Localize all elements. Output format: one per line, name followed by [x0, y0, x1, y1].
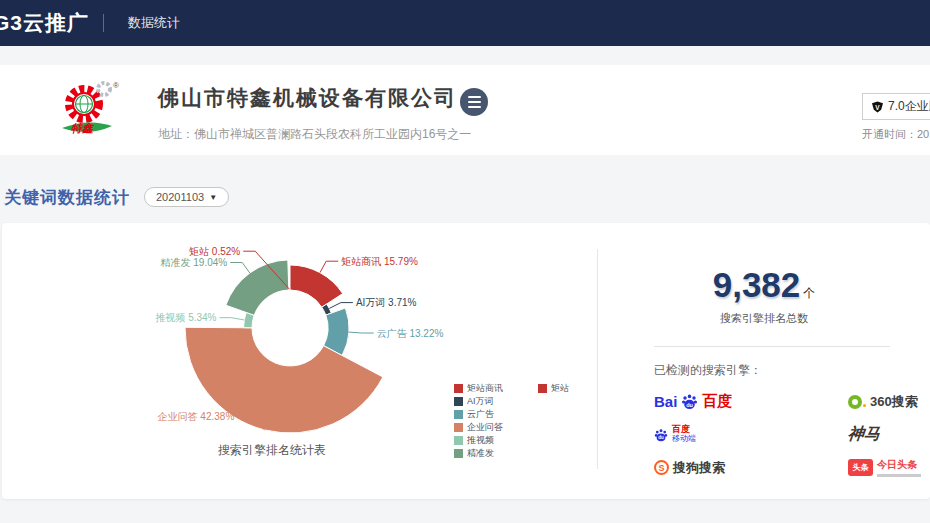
small-gear-icon [98, 83, 110, 95]
shenma-logo: 神马 [848, 424, 930, 445]
svg-text:V: V [875, 103, 880, 110]
baidu-cn-text: 百度 [702, 392, 732, 411]
section-title: 关键词数据统计 [4, 186, 130, 209]
legend-item[interactable]: 云广告 [454, 409, 528, 419]
pie-label: 矩站商讯 15.79% [341, 256, 418, 267]
legend-label: 企业问答 [467, 421, 503, 434]
pie-label-line [220, 318, 245, 320]
logo-brand-text: 特鑫 [71, 122, 95, 134]
legend-label: AI万词 [467, 395, 494, 408]
360-dot-icon [863, 404, 866, 407]
total-caption: 搜索引擎排名总数 [598, 311, 930, 326]
baidu-mobile-logo: du 百度 移动端 [654, 425, 804, 444]
legend-item[interactable]: AI万词 [454, 396, 528, 406]
ranking-total-panel: 9,382个 搜索引擎排名总数 已检测的搜索引擎： Bai du 百度 [598, 223, 930, 499]
svg-text:du: du [686, 402, 693, 408]
registered-mark: ® [113, 81, 119, 90]
toutiao-logo: 头条 今日头条 [848, 458, 930, 477]
date-filter-value: 20201103 [156, 191, 204, 203]
pie-label: 云广告 13.22% [377, 328, 444, 339]
company-name: 佛山市特鑫机械设备有限公司 [158, 84, 457, 112]
opened-time: 开通时间：2018-05 [862, 127, 930, 142]
pie-label-line [320, 261, 338, 272]
pie-label-line [349, 332, 374, 333]
legend-swatch [454, 423, 463, 432]
legend-item[interactable]: 推视频 [454, 435, 528, 445]
legend-item[interactable]: 精准发 [454, 448, 528, 458]
keyword-stats-card: 矩站商讯 15.79%AI万词 3.71%云广告 13.22%企业问答 42.3… [2, 223, 930, 499]
company-header-card: ® 特鑫 佛山市特鑫机械设备有限公司 地址：佛山市禅城区普澜路石头段农科所工业园… [0, 65, 930, 155]
toutiao-box-icon: 头条 [848, 459, 873, 476]
baidu-mobile-line2: 移动端 [672, 435, 696, 444]
legend-item[interactable]: 企业问答 [454, 422, 528, 432]
shenma-label: 神马 [847, 424, 881, 445]
section-header: 关键词数据统计 20201103 ▼ [4, 186, 930, 208]
baidu-logo: Bai du 百度 [654, 392, 804, 411]
total-ranking-number: 9,382 [713, 265, 801, 304]
engines-grid: Bai du 百度 360搜索 [654, 392, 930, 477]
navbar-divider [103, 14, 104, 32]
version-badge-label: 7.0企业版-红 [888, 98, 930, 115]
pie-slice-5[interactable] [226, 260, 289, 315]
chevron-down-icon: ▼ [209, 193, 217, 202]
baidu-paw-icon: du [654, 428, 668, 442]
legend-item[interactable]: 矩站商讯 [454, 383, 528, 393]
legend-swatch [454, 449, 463, 458]
legend-swatch [454, 410, 463, 419]
pie-label: 精准发 19.04% [160, 257, 227, 268]
chart-caption: 搜索引擎排名统计表 [152, 442, 392, 459]
baidu-paw-icon: du [681, 393, 698, 410]
toutiao-tagline-placeholder [877, 474, 921, 477]
legend-swatch [454, 397, 463, 406]
company-address: 地址：佛山市禅城区普澜路石头段农科所工业园内16号之一 [158, 126, 471, 143]
app-logo[interactable]: G3云推广 [0, 9, 89, 37]
legend-label: 矩站 [551, 382, 569, 395]
legend-item[interactable]: 矩站 [538, 383, 594, 393]
version-badge: V 7.0企业版-红 [862, 93, 930, 120]
sogou-s-icon: S [654, 460, 669, 475]
legend-label: 云广告 [467, 408, 494, 421]
total-unit: 个 [803, 286, 815, 300]
engines-title: 已检测的搜索引擎： [654, 362, 930, 379]
toutiao-label: 今日头条 [877, 458, 921, 472]
hamburger-icon [468, 96, 481, 98]
sogou-label: 搜狗搜索 [673, 459, 725, 477]
pie-label: 推视频 5.34% [155, 312, 216, 323]
menu-toggle-button[interactable] [460, 88, 488, 116]
legend-swatch [538, 384, 547, 393]
vip-shield-icon: V [872, 101, 883, 113]
legend-swatch [454, 436, 463, 445]
pie-label-line [329, 303, 353, 309]
horizontal-divider [654, 346, 890, 347]
360-search-logo: 360搜索 [848, 393, 930, 411]
top-navbar: G3云推广 数据统计 [0, 0, 930, 46]
360-label: 360搜索 [870, 393, 918, 411]
pie-label-line [230, 263, 250, 274]
company-logo: ® 特鑫 [52, 78, 124, 142]
chart-legend: 矩站商讯AI万词云广告企业问答推视频精准发矩站 [454, 383, 594, 463]
pie-label: AI万词 3.71% [356, 297, 417, 308]
legend-swatch [454, 384, 463, 393]
nav-item-data-statistics[interactable]: 数据统计 [128, 14, 180, 32]
360-ring-icon [848, 395, 862, 409]
legend-label: 推视频 [467, 434, 494, 447]
baidu-en-text: Bai [654, 393, 677, 410]
sogou-logo: S 搜狗搜索 [654, 459, 804, 477]
pie-slice-0[interactable] [290, 265, 343, 307]
legend-label: 精准发 [467, 447, 494, 460]
svg-text:du: du [658, 435, 664, 440]
legend-label: 矩站商讯 [467, 382, 503, 395]
pie-label: 矩站 0.52% [189, 246, 240, 257]
date-filter-dropdown[interactable]: 20201103 ▼ [144, 187, 229, 207]
pie-label: 企业问答 42.38% [158, 411, 235, 422]
